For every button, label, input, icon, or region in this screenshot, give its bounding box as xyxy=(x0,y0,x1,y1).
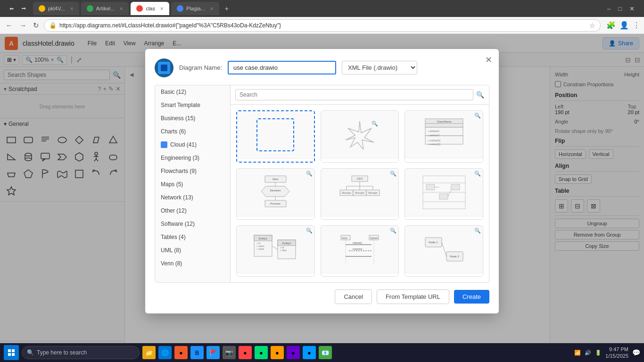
templates-area: 🔍 Blank Diagram xyxy=(231,85,489,282)
org-search-icon[interactable]: 🔍 xyxy=(390,171,396,177)
create-button[interactable]: Create xyxy=(454,290,489,304)
sequence-search-icon[interactable]: 🔍 xyxy=(390,228,396,234)
svg-text:response: response xyxy=(353,247,363,250)
cat-tables[interactable]: Tables (4) xyxy=(155,230,230,244)
forward-button[interactable]: → xyxy=(17,20,28,30)
start-button[interactable] xyxy=(4,345,19,360)
flowchart-search-icon[interactable]: 🔍 xyxy=(306,171,313,177)
svg-text:Entity1: Entity1 xyxy=(259,237,268,240)
back-button[interactable]: ← xyxy=(4,20,15,30)
browser-forward-tab[interactable]: ⮕ xyxy=(19,4,28,13)
class-label: Class Diagram xyxy=(405,158,483,163)
taskbar-app5[interactable]: ● xyxy=(239,346,252,359)
swimlane-svg xyxy=(421,173,468,211)
modal-close-button[interactable]: ✕ xyxy=(485,55,492,65)
taskbar-app7[interactable]: ● xyxy=(271,346,284,359)
cat-uml[interactable]: UML (8) xyxy=(155,244,230,257)
cat-network[interactable]: Network (13) xyxy=(155,191,230,204)
template-sequence[interactable]: Actor System request() response 🔍 Sequen… xyxy=(321,225,399,277)
browser-back-tab[interactable]: ⬅ xyxy=(7,4,16,13)
close-button[interactable]: ✕ xyxy=(629,5,635,12)
cat-basic[interactable]: Basic (12) xyxy=(155,85,230,99)
cat-flowcharts[interactable]: Flowcharts (9) xyxy=(155,165,230,178)
cancel-button[interactable]: Cancel xyxy=(335,289,372,304)
template-entity[interactable]: Entity1 Entity2 + id + name + value + id… xyxy=(236,225,315,277)
taskbar-search[interactable]: 🔍 Type here to search xyxy=(22,346,140,359)
flowchart-svg: Start Decision Process xyxy=(256,173,296,211)
cat-charts[interactable]: Charts (6) xyxy=(155,125,230,138)
entity-preview: Entity1 Entity2 + id + name + value + id… xyxy=(237,226,314,273)
class-preview: ClassName + attribute1 + attribute2 + me… xyxy=(405,111,483,158)
template-class[interactable]: ClassName + attribute1 + attribute2 + me… xyxy=(405,110,483,163)
extensions-icon[interactable]: 🧩 xyxy=(606,21,616,30)
taskbar-app3[interactable]: 🚩 xyxy=(206,346,220,359)
maximize-button[interactable]: □ xyxy=(618,5,622,12)
taskbar-app1[interactable]: ● xyxy=(174,346,188,359)
svg-text:Entity2: Entity2 xyxy=(282,242,291,245)
from-template-url-button[interactable]: From Template URL xyxy=(377,289,449,304)
taskbar-app9[interactable]: ● xyxy=(303,346,316,359)
svg-rect-95 xyxy=(8,349,11,352)
template-swimlane[interactable]: 🔍 Swimlane Diagram xyxy=(405,168,483,220)
template-search-icon[interactable]: 🔍 xyxy=(476,91,484,99)
cat-venn[interactable]: Venn (8) xyxy=(155,257,230,270)
svg-text:ClassName: ClassName xyxy=(437,120,452,123)
new-tab-button[interactable]: + xyxy=(225,5,229,12)
cat-engineering[interactable]: Engineering (3) xyxy=(155,151,230,165)
taskbar-app8[interactable]: ● xyxy=(287,346,300,359)
cat-other[interactable]: Other (12) xyxy=(155,204,230,217)
svg-text:+ field: + field xyxy=(280,249,287,252)
template-generate[interactable]: 🔍 Generate xyxy=(321,110,399,163)
reload-button[interactable]: ↻ xyxy=(31,20,41,31)
simple-label: Simple xyxy=(405,273,483,277)
browser-tab-class[interactable]: clas ✕ xyxy=(131,2,169,15)
cat-business[interactable]: Business (15) xyxy=(155,112,230,125)
browser-tab-artikel[interactable]: Artikel... ✕ xyxy=(81,2,129,15)
template-search-input[interactable] xyxy=(235,89,473,100)
org-preview: CEO Manager Manager Manager 🔍 xyxy=(321,169,399,216)
window-controls: – □ ✕ xyxy=(607,5,640,12)
browser-tab-plagia[interactable]: Plagia... ✕ xyxy=(171,2,219,15)
svg-rect-96 xyxy=(12,349,15,352)
taskbar-edge[interactable]: 🌐 xyxy=(158,346,172,359)
svg-text:System: System xyxy=(370,237,378,239)
taskbar-app2[interactable]: B xyxy=(190,346,204,359)
template-blank[interactable]: Blank Diagram xyxy=(236,110,315,163)
svg-rect-98 xyxy=(12,353,15,356)
address-bar[interactable]: 🔒 https://app.diagrams.net/#LclassHotel.… xyxy=(44,19,601,32)
cat-maps[interactable]: Maps (5) xyxy=(155,178,230,191)
taskbar-app6[interactable]: ● xyxy=(255,346,268,359)
browser-tab-pkl4v[interactable]: pkl4V... ✕ xyxy=(33,2,79,15)
template-simple[interactable]: Node 1 Node 2 🔍 Simple xyxy=(405,225,483,277)
profile-icon[interactable]: 👤 xyxy=(619,21,629,30)
swimlane-search-icon[interactable]: 🔍 xyxy=(474,171,481,177)
blank-preview xyxy=(237,111,314,158)
minimize-button[interactable]: – xyxy=(607,5,611,12)
svg-rect-97 xyxy=(8,353,11,356)
entity-search-icon[interactable]: 🔍 xyxy=(306,228,313,234)
template-flowchart[interactable]: Start Decision Process 🔍 Flowchart xyxy=(236,168,315,220)
taskbar-file-explorer[interactable]: 📁 xyxy=(142,346,156,359)
flowchart-label: Flowchart xyxy=(237,216,314,220)
diagram-name-input[interactable] xyxy=(228,61,336,74)
template-org[interactable]: CEO Manager Manager Manager 🔍 Org Chart xyxy=(321,168,399,220)
notification-icon[interactable]: 💬 xyxy=(632,349,640,356)
generate-search-icon[interactable]: 🔍 xyxy=(372,121,378,127)
blank-diagram-box xyxy=(256,118,294,151)
modal-overlay: ✕ Diagram Name: XML File (.drawio) VSDX … xyxy=(0,0,644,362)
flowchart-preview: Start Decision Process 🔍 xyxy=(237,169,314,216)
diagram-format-select[interactable]: XML File (.drawio) VSDX PNG SVG xyxy=(342,61,417,74)
svg-rect-62 xyxy=(426,184,435,190)
bookmark-icon[interactable]: ☆ xyxy=(589,22,595,29)
taskbar-app4[interactable]: 📷 xyxy=(223,346,236,359)
taskbar-app10[interactable]: 📧 xyxy=(319,346,332,359)
taskbar-time[interactable]: 9:47 PM 1/15/2025 xyxy=(605,346,628,360)
simple-search-icon[interactable]: 🔍 xyxy=(474,228,481,234)
cat-software[interactable]: Software (12) xyxy=(155,217,230,230)
cat-smart[interactable]: Smart Template xyxy=(155,99,230,112)
svg-line-92 xyxy=(442,242,446,256)
cat-cloud[interactable]: Cloud (41) xyxy=(155,138,230,151)
class-search-icon[interactable]: 🔍 xyxy=(474,113,481,119)
taskbar-right: 📶 🔊 🔋 9:47 PM 1/15/2025 💬 xyxy=(574,346,640,360)
menu-icon[interactable]: ⋮ xyxy=(633,21,640,30)
